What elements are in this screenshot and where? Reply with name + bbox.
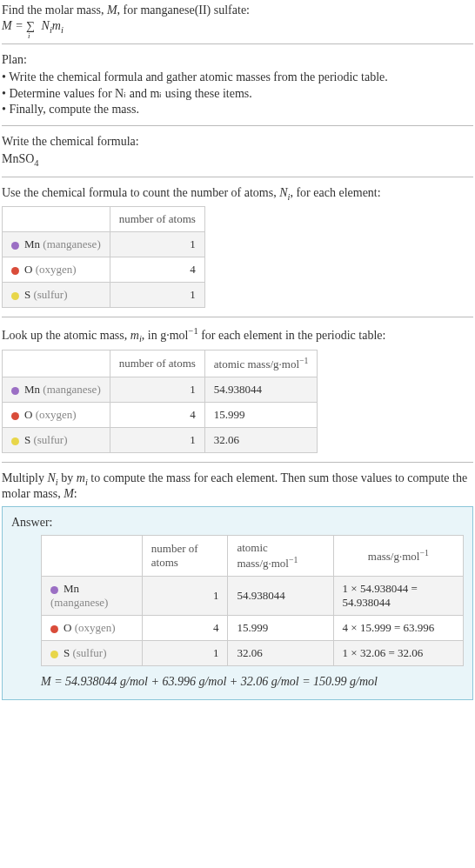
masses-section: Look up the atomic mass, mi, in g·mol−1 …: [2, 326, 473, 453]
col-atomic-mass: atomic mass/g·mol−1: [228, 535, 333, 576]
divider: [2, 177, 473, 177]
answer-box: Answer: number of atoms atomic mass/g·mo…: [2, 506, 473, 700]
m-h-sup: −1: [188, 326, 197, 336]
atomic-mass: 54.938044: [204, 377, 318, 403]
element-dot-icon: [11, 387, 19, 395]
formula-m: m: [52, 19, 61, 32]
element-symbol: S: [24, 433, 30, 446]
element-cell: S (sulfur): [3, 428, 110, 453]
divider: [2, 462, 473, 463]
intro-section: Find the molar mass, M, for manganese(II…: [2, 3, 473, 35]
table-row: O (oxygen) 4 15.999 4 × 15.999 = 63.996: [42, 616, 464, 641]
mass-calc: 4 × 15.999 = 63.996: [333, 616, 463, 641]
answer-label: Answer:: [11, 516, 464, 530]
col-element: [3, 350, 110, 377]
c-M: M: [64, 487, 74, 500]
plan-item: • Finally, compute the mass.: [2, 103, 473, 117]
table-header-row: number of atoms atomic mass/g·mol−1 mass…: [42, 535, 464, 576]
element-symbol: S: [64, 646, 70, 659]
element-cell: S (sulfur): [3, 283, 110, 308]
answer-inner: number of atoms atomic mass/g·mol−1 mass…: [11, 535, 464, 689]
mass-calc: 1 × 54.938044 = 54.938044: [333, 577, 463, 616]
element-cell: S (sulfur): [42, 641, 143, 666]
c4b: −1: [419, 548, 428, 558]
element-cell: O (oxygen): [3, 403, 110, 428]
c-by: by: [58, 471, 77, 484]
col-num-atoms: number of atoms: [142, 535, 228, 576]
col-num-atoms: number of atoms: [110, 350, 204, 377]
compute-section: Multiply Ni by mi to compute the mass fo…: [2, 471, 473, 700]
element-dot-icon: [50, 625, 58, 633]
sigma-sub: i: [28, 31, 30, 40]
element-symbol: O: [64, 621, 71, 634]
col-element: [42, 535, 143, 576]
count-heading: Use the chemical formula to count the nu…: [2, 186, 473, 202]
element-cell: O (oxygen): [42, 616, 143, 641]
chem-heading: Write the chemical formula:: [2, 135, 473, 149]
element-dot-icon: [11, 412, 19, 420]
plan-item: • Write the chemical formula and gather …: [2, 70, 473, 84]
intro-M: M: [107, 3, 117, 17]
element-name: (manganese): [43, 237, 100, 250]
element-symbol: Mn: [64, 582, 79, 595]
mass-calc: 1 × 32.06 = 32.06: [333, 641, 463, 666]
m-h-m: m: [130, 329, 139, 342]
chemical-formula: MnSO4: [2, 152, 473, 168]
element-cell: Mn (manganese): [3, 232, 110, 257]
m-h-d: , in g·mol: [142, 329, 189, 342]
element-dot-icon: [11, 292, 19, 300]
divider: [2, 125, 473, 126]
plan-item: • Determine values for Nᵢ and mᵢ using t…: [2, 86, 473, 101]
atom-count: 1: [110, 283, 204, 308]
col-mass: mass/g·mol−1: [333, 535, 463, 576]
atom-count-table: number of atoms Mn (manganese) 1 O (oxyg…: [2, 206, 205, 308]
count-h-N: N: [279, 186, 287, 199]
c-a: Multiply: [2, 471, 48, 484]
count-section: Use the chemical formula to count the nu…: [2, 186, 473, 309]
element-cell: O (oxygen): [3, 257, 110, 283]
c4a: mass/g·mol: [368, 550, 420, 563]
element-name: (sulfur): [33, 288, 67, 301]
intro-part-a: Find the molar mass,: [2, 3, 107, 17]
c3a: atomic mass/g·mol: [237, 541, 289, 570]
element-name: (sulfur): [72, 646, 106, 659]
count-h-a: Use the chemical formula to count the nu…: [2, 186, 279, 199]
element-name: (sulfur): [33, 433, 67, 446]
element-dot-icon: [11, 437, 19, 445]
element-symbol: O: [24, 408, 32, 421]
element-name: (manganese): [43, 383, 100, 396]
atom-count: 1: [110, 232, 204, 257]
col3-b: −1: [299, 356, 308, 365]
table-row: S (sulfur) 1 32.06: [3, 428, 318, 453]
atomic-mass-table: number of atoms atomic mass/g·mol−1 Mn (…: [2, 350, 318, 453]
atom-count: 4: [110, 257, 204, 283]
element-dot-icon: [11, 242, 19, 250]
table-row: S (sulfur) 1 32.06 1 × 32.06 = 32.06: [42, 641, 464, 666]
atom-count: 1: [142, 577, 228, 616]
col-num-atoms: number of atoms: [110, 207, 204, 232]
divider: [2, 43, 473, 44]
element-dot-icon: [50, 651, 58, 658]
element-dot-icon: [11, 267, 19, 275]
molar-mass-formula: M = ∑ i Nimi: [2, 19, 473, 35]
c-N: N: [48, 471, 56, 484]
formula-m-sub: i: [61, 25, 64, 35]
element-cell: Mn (manganese): [3, 377, 110, 403]
answer-table: number of atoms atomic mass/g·mol−1 mass…: [41, 535, 464, 666]
table-row: Mn (manganese) 1 54.938044 1 × 54.938044…: [42, 577, 464, 616]
element-symbol: O: [24, 263, 32, 276]
chem-base: MnSO: [2, 152, 34, 165]
col-element: [3, 207, 110, 232]
atomic-mass: 54.938044: [228, 577, 333, 616]
formula-lhs: M =: [2, 19, 26, 32]
divider: [2, 317, 473, 317]
element-symbol: S: [24, 288, 30, 301]
table-row: O (oxygen) 4: [3, 257, 205, 283]
table-row: O (oxygen) 4 15.999: [3, 403, 318, 428]
atomic-mass: 32.06: [204, 428, 318, 453]
chemical-formula-section: Write the chemical formula: MnSO4: [2, 135, 473, 168]
chem-sub: 4: [34, 158, 38, 168]
count-h-d: , for each element:: [290, 186, 380, 199]
atomic-mass: 15.999: [204, 403, 318, 428]
atomic-mass: 15.999: [228, 616, 333, 641]
